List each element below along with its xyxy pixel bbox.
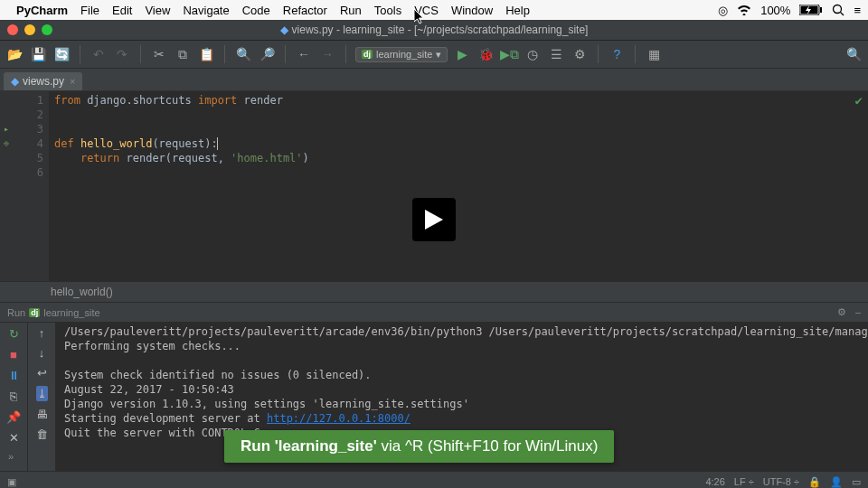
menu-navigate[interactable]: Navigate [183,4,229,17]
close-tool-icon[interactable]: ✕ [6,430,21,445]
menu-code[interactable]: Code [242,4,270,17]
minimize-tool-icon[interactable]: – [855,306,861,318]
siri-icon[interactable]: ◎ [718,4,728,17]
tool-windows-icon[interactable]: ▣ [7,476,16,488]
play-video-button[interactable] [412,198,456,241]
tip-banner: Run 'learning_site' via ^R (Shift+F10 fo… [224,430,614,463]
menu-refactor[interactable]: Refactor [283,4,327,17]
paste-icon[interactable]: 📋 [197,45,215,63]
up-icon[interactable]: ↑ [39,326,45,340]
search-everywhere-icon[interactable]: 🔍 [844,45,863,63]
t: ) [303,152,309,164]
console-link[interactable]: http://127.0.0.1:8000/ [267,412,410,425]
run-label[interactable]: Run [7,307,25,318]
insert-mode-icon[interactable]: 🔒 [808,476,821,488]
menu-window[interactable]: Window [451,4,493,17]
python-file-icon: ◆ [280,23,288,36]
code-editor[interactable]: 1 2 3 4 5 6 ▸ ⎆ from django.shortcuts im… [0,91,868,281]
run-icon[interactable]: ▶ [453,45,471,63]
gutter-marker-icon[interactable]: ▸ [4,122,9,136]
profile-icon[interactable]: ◷ [524,45,542,63]
line-number: 6 [0,165,43,180]
wifi-icon[interactable] [737,5,751,15]
save-all-icon[interactable]: 💾 [29,45,47,63]
run-config-selector[interactable]: dj learning_site ▾ [355,47,448,62]
soft-wrap-icon[interactable]: ↩ [37,366,47,380]
sync-icon[interactable]: 🔄 [52,45,71,63]
structure-icon[interactable]: ▦ [645,45,663,63]
forward-icon[interactable]: → [318,45,336,63]
close-tab-icon[interactable]: × [70,76,75,87]
pause-icon[interactable]: ⏸ [6,368,21,382]
close-window-button[interactable] [7,24,18,35]
coverage-icon[interactable]: ▶⧉ [500,45,518,63]
pin-icon[interactable]: 📌 [6,409,21,424]
code-area[interactable]: from django.shortcuts import render def … [49,91,868,281]
gear-icon[interactable]: ⚙ [837,306,846,318]
inspection-ok-icon[interactable]: ✔ [855,93,863,108]
line-number: 5 [0,151,43,165]
copy-icon[interactable]: ⧉ [174,45,192,63]
attach-icon[interactable]: ⚙ [571,45,589,63]
print-icon[interactable]: 🖶 [36,408,48,421]
gutter: 1 2 3 4 5 6 ▸ ⎆ [0,91,49,281]
spotlight-icon[interactable] [832,4,844,16]
tab-label: views.py [23,75,64,88]
title-rest: - learning_site - [~/projects/scratchpad… [334,23,589,36]
caret-position[interactable]: 4:26 [705,476,724,487]
menu-vcs[interactable]: VCS [414,4,439,17]
debug-icon[interactable]: 🐞 [476,45,495,63]
status-bar: ▣ 4:26 LF ÷ UTF-8 ÷ 🔒 👤 ▭ [0,471,868,488]
menu-run[interactable]: Run [340,4,362,17]
battery-icon[interactable] [799,5,823,15]
str: 'home.html' [231,152,302,164]
file-encoding[interactable]: UTF-8 ÷ [763,476,799,487]
clear-icon[interactable]: 🗑 [36,427,48,441]
django-icon: dj [29,308,40,317]
menu-edit[interactable]: Edit [112,4,132,17]
replace-icon[interactable]: 🔎 [258,45,276,63]
console-line: Performing system checks... [64,340,241,352]
gutter-marker-icon[interactable]: ⎆ [4,136,9,151]
menu-tools[interactable]: Tools [374,4,401,17]
redo-icon[interactable]: ↷ [113,45,131,63]
scroll-end-icon[interactable]: ⤓ [36,386,48,401]
concurrency-icon[interactable]: ☰ [547,45,565,63]
menu-view[interactable]: View [145,4,170,17]
python-file-icon: ◆ [11,75,19,88]
menu-help[interactable]: Help [505,4,530,17]
memory-indicator-icon[interactable]: ▭ [852,476,861,488]
tab-views-py[interactable]: ◆ views.py × [4,72,82,90]
kw: return [80,152,127,164]
find-icon[interactable]: 🔍 [234,45,252,63]
undo-icon[interactable]: ↶ [90,45,108,63]
down-icon[interactable]: ↓ [39,346,45,360]
svg-rect-2 [820,7,822,13]
app-name[interactable]: PyCharm [16,4,68,17]
battery-text: 100% [760,4,790,17]
menu-file[interactable]: File [80,4,99,17]
stop-icon[interactable]: ■ [6,347,21,361]
breadcrumb-item[interactable]: hello_world() [51,286,113,298]
t: django.shortcuts [80,94,198,107]
run-config-name: learning_site [43,307,99,318]
console-line: Django version 1.10.3, using settings 'l… [64,398,469,410]
traffic-lights [7,24,52,35]
collapse-tool-icon[interactable]: » [0,446,22,467]
breadcrumb-bar: hello_world() [0,281,868,302]
help-icon[interactable]: ? [608,45,626,63]
kw: from [54,94,80,107]
menu-extra-icon[interactable]: ≡ [854,4,861,17]
line-ending[interactable]: LF ÷ [734,476,754,487]
hector-icon[interactable]: 👤 [830,476,843,488]
cut-icon[interactable]: ✂ [150,45,168,63]
dump-icon[interactable]: ⎘ [6,389,21,403]
open-icon[interactable]: 📂 [5,45,24,63]
run-left-toolbar-2: ↑ ↓ ↩ ⤓ 🖶 🗑 [27,323,55,471]
back-icon[interactable]: ← [295,45,313,63]
main-toolbar: 📂 💾 🔄 ↶ ↷ ✂ ⧉ 📋 🔍 🔎 ← → dj learning_site… [0,41,868,69]
rerun-icon[interactable]: ↻ [6,326,21,341]
tip-rest: via ^R (Shift+F10 for Win/Linux) [377,437,599,455]
minimize-window-button[interactable] [24,24,35,35]
zoom-window-button[interactable] [42,24,52,35]
